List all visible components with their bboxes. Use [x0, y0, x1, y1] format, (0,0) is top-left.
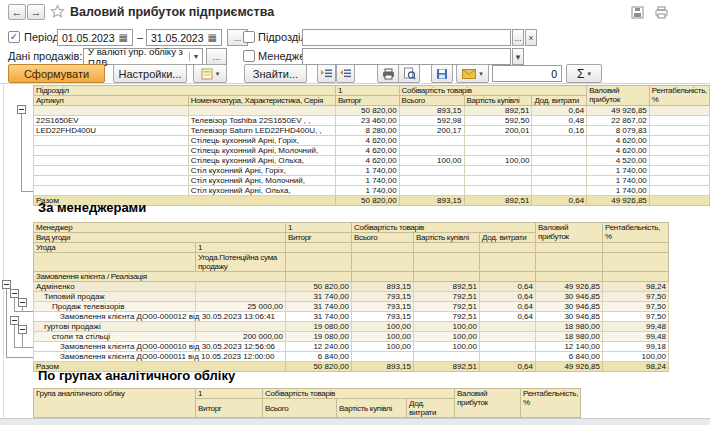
nav-forward-button[interactable]: →	[27, 4, 45, 20]
cell[interactable]: 50 820,00	[286, 282, 352, 292]
cell[interactable]: 792,51	[414, 302, 480, 312]
cell[interactable]: 8 280,00	[335, 126, 399, 136]
cell[interactable]: 592,98	[399, 116, 464, 126]
quick-save-icon[interactable]	[631, 6, 644, 19]
cell[interactable]: 0,64	[532, 196, 587, 206]
cell[interactable]	[34, 176, 189, 186]
manager-input[interactable]	[302, 48, 511, 65]
cell[interactable]: 1 740,00	[335, 176, 399, 186]
favorite-star-icon[interactable]	[50, 4, 65, 19]
cell[interactable]: 49 926,85	[587, 106, 650, 116]
expand-groups-button[interactable]	[317, 64, 336, 83]
section-heading-analytic-groups[interactable]: По групах аналітичного обліку	[38, 368, 235, 383]
cell[interactable]: 892,51	[464, 196, 532, 206]
cell[interactable]: 4 620,00	[335, 146, 399, 156]
cell[interactable]: 0,64	[532, 106, 587, 116]
cell[interactable]	[649, 126, 709, 136]
cell[interactable]: Стілець кухонний Арні, Горіх,	[188, 136, 335, 146]
cell[interactable]: LED22FHD400U	[34, 126, 189, 136]
cell[interactable]: Телевізор Saturn LED22FHD400U, ,	[188, 126, 335, 136]
nav-back-button[interactable]: ←	[8, 4, 26, 20]
quick-print-icon[interactable]	[655, 6, 668, 19]
cell[interactable]	[480, 332, 536, 342]
generate-button[interactable]: Сформувати	[8, 64, 105, 83]
division-checkbox[interactable]	[243, 31, 255, 43]
cell[interactable]	[464, 146, 532, 156]
cell[interactable]: 99,48	[603, 332, 669, 342]
cell[interactable]: 49 926,85	[536, 282, 603, 292]
cell[interactable]	[649, 106, 709, 116]
cell[interactable]	[34, 106, 189, 116]
calendar-icon[interactable]: ▦	[208, 32, 217, 43]
cell[interactable]: 0,64	[480, 312, 536, 322]
collapse-group-button[interactable]	[10, 289, 19, 298]
collapse-groups-button[interactable]	[336, 64, 355, 83]
cell[interactable]	[649, 166, 709, 176]
cell[interactable]: 1 740,00	[587, 176, 650, 186]
cell[interactable]: 893,15	[399, 196, 464, 206]
cell[interactable]: 200 000,00	[196, 332, 286, 342]
cell[interactable]	[464, 136, 532, 146]
cell[interactable]: 49 926,85	[587, 196, 650, 206]
cell[interactable]	[34, 136, 189, 146]
cell[interactable]: 1 740,00	[587, 186, 650, 196]
save-button[interactable]	[431, 64, 453, 83]
cell[interactable]	[352, 352, 414, 362]
division-input[interactable]	[302, 29, 511, 46]
manager-checkbox[interactable]	[243, 50, 255, 62]
cell[interactable]	[188, 106, 335, 116]
cell[interactable]	[480, 342, 536, 352]
cell[interactable]: 100,00	[464, 156, 532, 166]
division-clear-button[interactable]: ×	[525, 29, 537, 46]
cell[interactable]	[196, 282, 286, 292]
date-from-input[interactable]: 01.05.2023 ▦	[57, 29, 133, 46]
cell[interactable]: 19 080,00	[286, 322, 352, 332]
cell[interactable]	[399, 176, 464, 186]
cell[interactable]	[34, 156, 189, 166]
cell[interactable]: 18 980,00	[536, 332, 603, 342]
cell[interactable]	[532, 166, 587, 176]
cell[interactable]: Замовлення клієнта ДО00-000010 від 30.05…	[34, 342, 286, 352]
cell[interactable]: Замовлення клієнта ДО00-000011 від 10.05…	[34, 352, 286, 362]
cell[interactable]: 50 820,00	[335, 196, 399, 206]
cell[interactable]: 892,51	[464, 106, 532, 116]
cell[interactable]: 0,64	[480, 282, 536, 292]
cell[interactable]	[649, 196, 709, 206]
cell[interactable]	[34, 186, 189, 196]
cell[interactable]: 892,51	[414, 282, 480, 292]
cell[interactable]: 97,50	[603, 302, 669, 312]
cell[interactable]: 200,17	[399, 126, 464, 136]
cell[interactable]: 19 080,00	[286, 332, 352, 342]
cell[interactable]: 100,00	[414, 322, 480, 332]
cell[interactable]: 893,15	[352, 362, 414, 372]
cell[interactable]: 30 946,85	[536, 312, 603, 322]
cell[interactable]: 12 140,00	[536, 342, 603, 352]
section-heading-managers[interactable]: За менеджерами	[38, 200, 146, 215]
cell[interactable]: 592,50	[464, 116, 532, 126]
cell[interactable]	[34, 166, 189, 176]
settings-button[interactable]: Настройки...	[113, 64, 187, 83]
cell[interactable]: 30 946,85	[536, 292, 603, 302]
cell[interactable]: 893,15	[399, 106, 464, 116]
cell[interactable]: 0,64	[480, 362, 536, 372]
cell[interactable]: 200,01	[464, 126, 532, 136]
cell[interactable]	[649, 116, 709, 126]
cell[interactable]	[532, 156, 587, 166]
cell[interactable]: 18 980,00	[536, 322, 603, 332]
cell[interactable]: 98,24	[603, 282, 669, 292]
find-button[interactable]: Знайти...	[244, 64, 307, 83]
report-variants-button[interactable]: ▾	[193, 64, 227, 83]
cell[interactable]: Стіл кухонний Арні, Горіх,	[188, 166, 335, 176]
cell[interactable]: 1 740,00	[335, 166, 399, 176]
cell[interactable]	[649, 136, 709, 146]
cell[interactable]: 23 460,00	[335, 116, 399, 126]
cell[interactable]: 4 520,00	[587, 156, 650, 166]
collapse-group-button[interactable]	[18, 325, 27, 334]
cell[interactable]: 100,00	[352, 332, 414, 342]
cell[interactable]	[196, 322, 286, 332]
preview-button[interactable]	[398, 64, 420, 83]
calendar-icon[interactable]: ▦	[119, 32, 128, 43]
cell[interactable]	[480, 352, 536, 362]
sales-data-more-button[interactable]: ...	[206, 48, 227, 65]
collapse-group-button[interactable]	[10, 316, 19, 325]
